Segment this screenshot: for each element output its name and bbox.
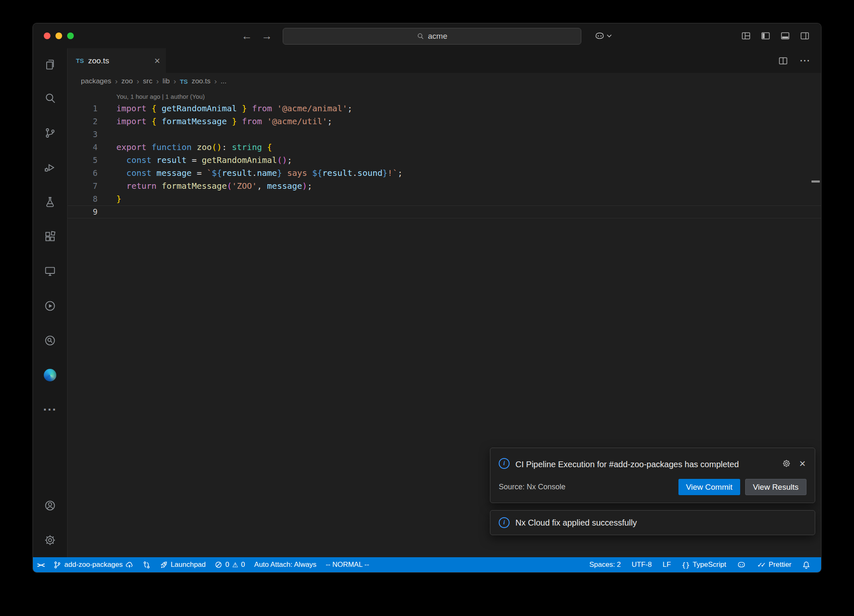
code-line[interactable]: 2import { formatMessage } from '@acme/ut… <box>68 115 821 128</box>
copilot-menu-button[interactable] <box>594 23 612 48</box>
code-text[interactable]: const message = `${result.name} says ${r… <box>116 167 403 180</box>
line-number: 2 <box>68 115 98 128</box>
code-token: : <box>222 142 227 152</box>
breadcrumb-item[interactable]: zoo <box>121 77 133 85</box>
notification-settings-icon[interactable] <box>782 459 791 468</box>
launchpad-status[interactable]: Launchpad <box>160 561 206 569</box>
line-number: 4 <box>68 141 98 154</box>
code-token: } <box>242 103 247 113</box>
code-token: ; <box>347 103 352 113</box>
edge-browser-icon <box>44 369 56 381</box>
code-token: ( <box>212 142 217 152</box>
encoding-status[interactable]: UTF-8 <box>632 561 652 569</box>
search-value: acme <box>428 32 447 41</box>
breadcrumb-item[interactable]: src <box>143 77 153 85</box>
code-text[interactable]: import { formatMessage } from '@acme/uti… <box>116 115 332 128</box>
eol-status[interactable]: LF <box>663 561 671 569</box>
code-text[interactable]: import { getRandomAnimal } from '@acme/a… <box>116 102 352 115</box>
language-status[interactable]: {} TypeScript <box>682 561 726 569</box>
copilot-status[interactable] <box>737 560 746 569</box>
code-line[interactable]: 1import { getRandomAnimal } from '@acme/… <box>68 102 821 115</box>
sidebar-item-edge-browser[interactable] <box>33 358 67 392</box>
code-token <box>116 155 126 165</box>
close-window-button[interactable] <box>44 33 50 39</box>
code-token: ) <box>302 181 307 191</box>
settings-button[interactable] <box>33 523 67 557</box>
code-token: formatMessage <box>156 116 232 126</box>
sidebar-item-nx-cloud[interactable] <box>33 323 67 358</box>
error-count: 0 <box>225 561 229 569</box>
customize-layout-icon[interactable] <box>741 31 751 40</box>
info-icon: i <box>499 458 510 469</box>
accounts-button[interactable] <box>33 488 67 523</box>
breadcrumb-item[interactable]: lib <box>163 77 170 85</box>
sidebar-item-extensions[interactable] <box>33 219 67 254</box>
code-token: ; <box>397 168 402 178</box>
breadcrumb-item[interactable]: ... <box>221 77 226 85</box>
notification-close-icon[interactable]: × <box>799 458 806 469</box>
breadcrumb-item[interactable]: packages <box>81 77 111 85</box>
navigate-forward-button[interactable]: → <box>261 30 272 41</box>
close-tab-icon[interactable]: × <box>154 56 160 66</box>
code-token <box>146 142 151 152</box>
code-text[interactable]: } <box>116 193 121 205</box>
command-center-search[interactable]: acme <box>283 28 581 45</box>
auto-attach-status[interactable]: Auto Attach: Always <box>254 561 316 569</box>
formatter-status[interactable]: ✓✓ Prettier <box>757 561 791 569</box>
navigate-back-button[interactable]: ← <box>241 30 252 41</box>
branch-name: add-zoo-packages <box>64 561 123 569</box>
code-token: , <box>257 181 262 191</box>
code-line[interactable]: 7 return formatMessage('ZOO', message); <box>68 180 821 193</box>
toggle-sidebar-icon[interactable] <box>761 31 770 40</box>
code-token: ; <box>287 155 292 165</box>
sidebar-item-search[interactable] <box>33 81 67 115</box>
code-token: return <box>126 181 156 191</box>
code-line[interactable]: 8} <box>68 193 821 205</box>
view-results-button[interactable]: View Results <box>745 479 806 495</box>
code-text[interactable]: const result = getRandomAnimal(); <box>116 154 292 167</box>
editor-more-actions-icon[interactable]: ⋯ <box>799 54 810 67</box>
breadcrumb-item[interactable]: zoo.ts <box>191 77 210 85</box>
sidebar-item-remote-explorer[interactable] <box>33 254 67 288</box>
code-line[interactable]: 4export function zoo(): string { <box>68 141 821 154</box>
sidebar-item-source-control[interactable] <box>33 115 67 150</box>
code-token: } <box>116 194 121 204</box>
toggle-panel-icon[interactable] <box>781 31 790 40</box>
more-icon: ··· <box>43 407 57 412</box>
code-line[interactable]: 3 <box>68 128 821 141</box>
extensions-icon <box>44 230 56 243</box>
git-compare-status[interactable] <box>143 561 151 569</box>
git-branch-status[interactable]: add-zoo-packages <box>53 561 133 569</box>
code-token: { <box>151 116 156 126</box>
notifications-bell[interactable] <box>802 561 810 569</box>
notification-toast: i CI Pipeline Execution for #add-zoo-pac… <box>490 448 815 503</box>
code-line[interactable]: 9 <box>68 205 821 218</box>
launchpad-label: Launchpad <box>171 561 206 569</box>
code-text[interactable]: export function zoo(): string { <box>116 141 272 154</box>
sidebar-item-nx-console[interactable] <box>33 288 67 323</box>
line-number: 9 <box>68 205 98 218</box>
split-editor-icon[interactable] <box>779 56 788 65</box>
problems-status[interactable]: 0 ⚠ 0 <box>215 561 245 569</box>
sidebar-item-run-debug[interactable] <box>33 150 67 185</box>
tab-zoo-ts[interactable]: TS zoo.ts × <box>68 48 166 73</box>
status-bar: >< add-zoo-packages Launchpad 0 ⚠ 0 A <box>33 557 821 572</box>
code-token <box>146 116 151 126</box>
code-text[interactable]: return formatMessage('ZOO', message); <box>116 180 312 193</box>
zoom-window-button[interactable] <box>67 33 74 39</box>
sidebar-item-testing[interactable] <box>33 185 67 219</box>
vim-mode-status[interactable]: -- NORMAL -- <box>326 561 369 569</box>
code-token <box>192 142 197 152</box>
code-line[interactable]: 6 const message = `${result.name} says $… <box>68 167 821 180</box>
minimize-window-button[interactable] <box>55 33 62 39</box>
breadcrumb-separator-icon: › <box>115 77 118 86</box>
codelens-annotation[interactable]: You, 1 hour ago | 1 author (You) <box>116 91 821 102</box>
error-icon <box>215 561 222 568</box>
indentation-status[interactable]: Spaces: 2 <box>589 561 621 569</box>
sidebar-item-explorer[interactable] <box>33 48 67 81</box>
toggle-secondary-sidebar-icon[interactable] <box>800 31 809 40</box>
view-commit-button[interactable]: View Commit <box>678 479 740 495</box>
code-line[interactable]: 5 const result = getRandomAnimal(); <box>68 154 821 167</box>
remote-indicator[interactable]: >< <box>37 561 44 569</box>
activity-bar-more-button[interactable]: ··· <box>33 392 67 427</box>
